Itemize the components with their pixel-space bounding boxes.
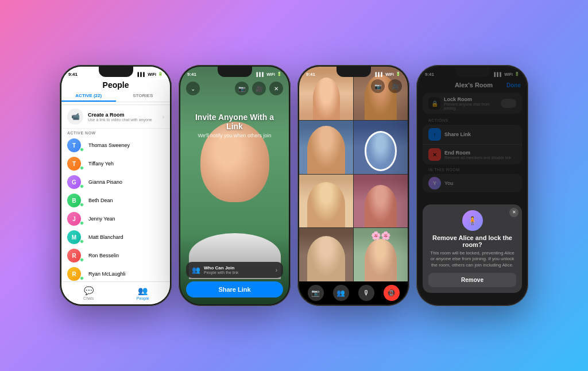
- room-icon: 📹: [67, 109, 83, 125]
- battery-icon: 🔋: [158, 72, 163, 76]
- video-cell-3: [299, 121, 353, 174]
- time-1: 9:41: [68, 72, 78, 77]
- camera-toggle-button[interactable]: 📷: [308, 285, 324, 301]
- wifi-icon: WiFi: [148, 72, 156, 76]
- group-icon: 👥: [192, 266, 200, 274]
- notch-1: [99, 67, 133, 77]
- helmet: [365, 131, 397, 171]
- avatar: B: [67, 194, 81, 207]
- face-3: [307, 126, 345, 173]
- active-dot: [80, 239, 84, 244]
- status-icons-2: ▌▌▌ WiFi 🔋: [256, 72, 282, 76]
- video-controls: 📷 👥 🎙 📵: [299, 281, 408, 304]
- video-cell-4: [354, 121, 408, 174]
- face-1: [313, 78, 340, 120]
- time-3: 9:41: [306, 72, 315, 77]
- tab-chats[interactable]: 💬 Chats: [61, 286, 116, 300]
- status-icons-1: ▌▌▌ WiFi 🔋: [137, 72, 163, 76]
- create-room-chevron: ›: [163, 114, 164, 120]
- person-name: Thomas Sweeney: [88, 142, 130, 148]
- who-can-join-row[interactable]: 👥 Who Can Join People with the link ›: [186, 262, 283, 278]
- person-name: Gianna Pisano: [88, 179, 122, 185]
- bottom-tab-bar: 💬 Chats 👥 People: [61, 281, 170, 304]
- video-cell-6: [354, 175, 408, 228]
- share-link-button[interactable]: Share Link: [186, 281, 283, 297]
- top-actions: 📷 🎥 ✕: [235, 82, 283, 95]
- person-name: Jenny Yean: [88, 216, 115, 222]
- invite-subtitle: We'll notify you when others join: [189, 133, 280, 138]
- tab-stories[interactable]: STORIES: [116, 91, 171, 102]
- avatar: R: [67, 267, 81, 281]
- who-chevron-icon: ›: [276, 267, 277, 273]
- face-5: [307, 182, 345, 227]
- video-button[interactable]: 🎥: [252, 82, 266, 95]
- face-6: [365, 185, 397, 227]
- list-item[interactable]: G Gianna Pisano: [61, 173, 170, 191]
- status-icons-3: ▌▌▌ WiFi 🔋: [375, 72, 401, 76]
- avatar: T: [67, 157, 81, 171]
- person-name: Ryan McLaughli: [88, 271, 126, 277]
- active-dot: [80, 258, 84, 262]
- avatar: M: [67, 230, 81, 244]
- camera-icon-btn[interactable]: 📷: [371, 79, 385, 93]
- tab-people[interactable]: 👥 People: [116, 286, 171, 300]
- person-name: Tiffany Yeh: [88, 161, 114, 167]
- active-dot: [80, 203, 84, 207]
- list-item[interactable]: R Ryan McLaughli: [61, 265, 170, 283]
- back-button[interactable]: ⌄: [186, 82, 200, 95]
- participants-button[interactable]: 👥: [333, 285, 349, 301]
- mic-button[interactable]: 🎙: [358, 285, 374, 301]
- active-dot: [80, 166, 84, 170]
- who-label: Who Can Join: [204, 265, 238, 270]
- face-8: [365, 239, 397, 281]
- avatar: J: [67, 212, 81, 226]
- tab-active[interactable]: ACTIVE (22): [61, 91, 116, 102]
- avatar: T: [67, 138, 81, 152]
- invite-text-overlay: Invite Anyone With a Link We'll notify y…: [180, 113, 289, 138]
- camera-switch-button[interactable]: 📷: [235, 82, 249, 95]
- alice-avatar: 🧍: [462, 210, 483, 231]
- signal-icon: ▌▌▌: [137, 72, 146, 76]
- close-button[interactable]: ✕: [269, 82, 283, 95]
- who-can-join-text: Who Can Join People with the link: [204, 265, 238, 275]
- modal-close-button[interactable]: ✕: [509, 208, 519, 217]
- people-tab-label: People: [137, 296, 149, 300]
- active-dot: [80, 148, 84, 152]
- list-item[interactable]: J Jenny Yean: [61, 210, 170, 228]
- remove-button[interactable]: Remove: [428, 273, 516, 287]
- phone3-top-icons: 📷 🎥: [371, 79, 402, 93]
- create-room-row[interactable]: 📹 Create a Room Use a link to video chat…: [61, 105, 170, 129]
- list-item[interactable]: R Ron Besselin: [61, 246, 170, 265]
- modal-title: Remove Alice and lock the room?: [428, 234, 516, 248]
- phone2-top-bar: ⌄ 📷 🎥 ✕: [180, 79, 289, 98]
- person-name: Matt Blanchard: [88, 234, 123, 240]
- face-7: [307, 236, 345, 281]
- phone-2: 9:41 ▌▌▌ WiFi 🔋 ⌄ 📷 🎥 ✕ Invite Anyone Wi…: [179, 65, 291, 306]
- avatar: G: [67, 175, 81, 189]
- battery-icon-2: 🔋: [277, 72, 282, 76]
- avatar: R: [67, 249, 81, 262]
- list-item[interactable]: B Beth Dean: [61, 191, 170, 210]
- person-name: Ron Besselin: [88, 253, 119, 258]
- list-item[interactable]: T Tiffany Yeh: [61, 154, 170, 173]
- notch-3: [336, 67, 371, 77]
- end-call-button[interactable]: 📵: [384, 285, 400, 301]
- list-item[interactable]: T Thomas Sweeney: [61, 136, 170, 154]
- modal-overlay: ✕ 🧍 Remove Alice and lock the room? This…: [418, 67, 527, 304]
- create-room-subtitle: Use a link to video chat with anyone: [88, 118, 152, 122]
- notch-4: [455, 67, 490, 77]
- battery-icon-3: 🔋: [396, 72, 401, 76]
- create-room-text: Create a Room Use a link to video chat w…: [88, 112, 152, 122]
- create-room-title: Create a Room: [88, 112, 152, 118]
- person-name: Beth Dean: [88, 198, 113, 203]
- phone-4: 9:41 ▌▌▌ WiFi 🔋 Alex's Room Done 🔒 Lock …: [416, 65, 528, 306]
- active-dot: [80, 184, 84, 188]
- remove-modal: ✕ 🧍 Remove Alice and lock the room? This…: [423, 204, 522, 293]
- chats-label: Chats: [83, 296, 94, 300]
- video-icon-btn[interactable]: 🎥: [388, 79, 402, 93]
- video-grid: 🌸🌸: [299, 67, 408, 281]
- modal-description: This room will be locked, preventing Ali…: [428, 250, 516, 268]
- signal-icon-3: ▌▌▌: [375, 72, 384, 76]
- active-dot: [80, 276, 84, 280]
- list-item[interactable]: M Matt Blanchard: [61, 228, 170, 246]
